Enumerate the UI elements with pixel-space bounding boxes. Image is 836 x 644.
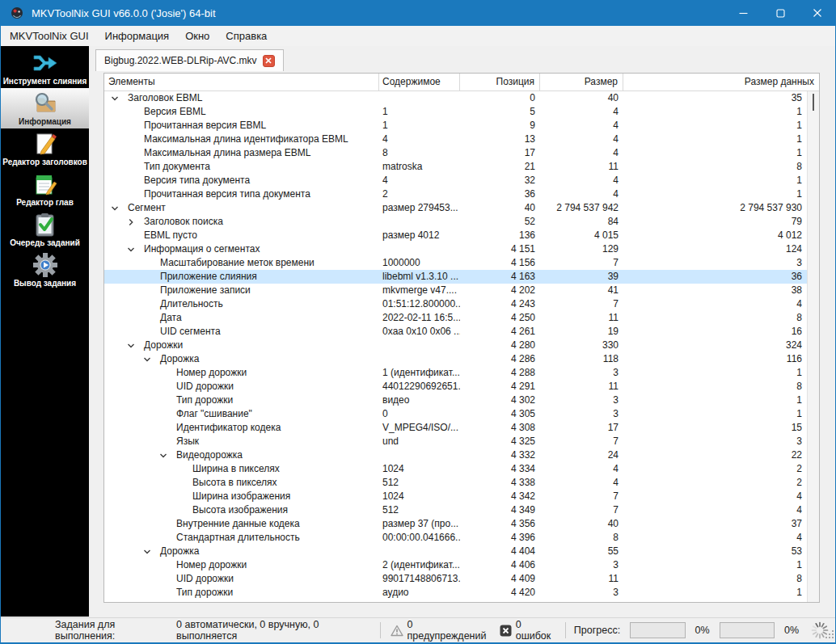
column-header-elements[interactable]: Элементы bbox=[104, 74, 379, 90]
table-row[interactable]: Ширина изображения10244 34274 bbox=[104, 490, 807, 503]
chevron-down-icon[interactable] bbox=[126, 245, 144, 254]
progress-current-percent: 0% bbox=[695, 625, 710, 636]
element-label: Максимальная длина идентификатора EBML bbox=[144, 133, 348, 146]
table-row[interactable]: Приложение слиянияlibebml v1.3.10 ...4 1… bbox=[104, 270, 807, 284]
column-header-size[interactable]: Размер bbox=[540, 74, 623, 90]
table-row[interactable]: Высота изображения5124 34974 bbox=[104, 503, 807, 517]
element-label: Приложение слияния bbox=[160, 270, 257, 284]
table-row[interactable]: Дорожка4 286118116 bbox=[104, 352, 807, 366]
table-row[interactable]: Заголовок поиска528479 bbox=[104, 215, 807, 229]
table-row[interactable]: Тип дорожкивидео4 30231 bbox=[104, 394, 807, 407]
tab-active-file[interactable]: Bigbug.2022.WEB-DLRip-AVC.mkv bbox=[95, 49, 284, 71]
chevron-down-icon[interactable] bbox=[126, 341, 144, 350]
cell-position: 4 151 bbox=[460, 242, 540, 256]
cell-content: mkvmerge v47.... bbox=[379, 284, 460, 297]
menu-window[interactable]: Окно bbox=[177, 27, 217, 44]
cell-position: 4 286 bbox=[460, 352, 540, 366]
chevron-down-icon[interactable] bbox=[142, 547, 160, 556]
sidebar-item-label: Редактор заголовков bbox=[2, 158, 87, 166]
table-row[interactable]: Информация о сегментах4 151129124 bbox=[104, 242, 807, 256]
resize-grip[interactable] bbox=[825, 629, 834, 642]
close-button[interactable] bbox=[799, 0, 836, 26]
table-row[interactable]: Максимальная длина идентификатора EBML41… bbox=[104, 133, 807, 146]
table-row[interactable]: UID дорожки99017148806713...4 409118 bbox=[104, 572, 807, 586]
element-label: Внутренние данные кодека bbox=[176, 517, 300, 531]
chevron-down-icon[interactable] bbox=[110, 204, 128, 213]
table-row[interactable]: Дорожка4 4045553 bbox=[104, 545, 807, 558]
table-row[interactable]: Заголовок EBML04035 bbox=[104, 91, 807, 105]
warnings-count: 0 предупреждений bbox=[407, 619, 491, 642]
chevron-down-icon[interactable] bbox=[158, 451, 176, 460]
cell-data-size: 4 bbox=[623, 297, 807, 311]
sidebar-item-job-output[interactable]: Вывод задания bbox=[1, 250, 89, 290]
table-row[interactable]: Приложение записиmkvmerge v47....4 20241… bbox=[104, 284, 807, 297]
table-row[interactable]: Дорожки4 280330324 bbox=[104, 339, 807, 352]
minimize-button[interactable] bbox=[724, 0, 762, 26]
cell-content bbox=[379, 215, 460, 229]
scrollbar-thumb[interactable] bbox=[813, 94, 814, 111]
tab-close-icon[interactable] bbox=[263, 55, 275, 67]
chevron-down-icon[interactable] bbox=[110, 94, 128, 103]
table-row[interactable]: Внутренние данные кодекаразмер 37 (про..… bbox=[104, 517, 807, 531]
menu-information[interactable]: Информация bbox=[97, 27, 178, 44]
table-row[interactable]: Дата2022-02-11 16:5...4 250118 bbox=[104, 311, 807, 325]
table-row[interactable]: Максимальная длина размера EBML81741 bbox=[104, 146, 807, 160]
cell-content: 2 bbox=[379, 187, 460, 201]
cell-position: 4 291 bbox=[460, 380, 540, 394]
table-row[interactable]: Стандартная длительность00:00:00.041666.… bbox=[104, 531, 807, 545]
table-row[interactable]: Масштабирование меток времени10000004 15… bbox=[104, 256, 807, 270]
table-row[interactable]: EBML пусторазмер 40121364 0154 012 bbox=[104, 229, 807, 242]
element-label: Дорожка bbox=[160, 352, 199, 366]
sidebar-item-merge-tool[interactable]: Инструмент слияния bbox=[1, 48, 89, 88]
table-row[interactable]: Идентификатор кодекаV_MPEG4/ISO/...4 308… bbox=[104, 421, 807, 435]
table-row[interactable]: Сегментразмер 279453...402 794 537 9422 … bbox=[104, 201, 807, 215]
cell-size: 40 bbox=[540, 517, 623, 531]
cell-data-size: 1 bbox=[623, 174, 807, 187]
table-row[interactable]: Видеодорожка4 3322422 bbox=[104, 448, 807, 462]
table-row[interactable]: Номер дорожки1 (идентификат...4 28831 bbox=[104, 366, 807, 380]
vertical-scrollbar[interactable] bbox=[807, 91, 819, 602]
cell-position: 4 420 bbox=[460, 586, 540, 600]
cell-size: 11 bbox=[540, 311, 623, 325]
table-row[interactable]: UID дорожки44012290692651...4 291118 bbox=[104, 380, 807, 394]
sidebar-item-info[interactable]: Информация bbox=[1, 88, 89, 128]
table-row[interactable]: Тип дорожкиаудио4 42031 bbox=[104, 586, 807, 600]
maximize-button[interactable] bbox=[762, 0, 799, 26]
table-row[interactable]: Длительность01:51:12.800000...4 24374 bbox=[104, 297, 807, 311]
column-header-content[interactable]: Содержимое bbox=[379, 74, 460, 90]
column-header-data-size[interactable]: Размер данных bbox=[623, 74, 819, 90]
table-row[interactable]: Прочитанная версия типа документа23641 bbox=[104, 187, 807, 201]
table-row[interactable]: Номер дорожки2 (идентификат...4 40631 bbox=[104, 558, 807, 572]
element-label: Дата bbox=[160, 311, 182, 325]
cell-data-size: 1 bbox=[623, 119, 807, 133]
cell-size: 24 bbox=[540, 448, 623, 462]
table-row[interactable]: Версия EBML1541 bbox=[104, 105, 807, 119]
table-row[interactable]: Языкund4 32573 bbox=[104, 435, 807, 448]
table-row[interactable]: Прочитанная версия EBML1941 bbox=[104, 119, 807, 133]
jobs-label: Задания для выполнения: bbox=[55, 619, 171, 642]
sidebar-item-header-editor[interactable]: Редактор заголовков bbox=[1, 128, 89, 169]
menu-mkvtoolnix-gui[interactable]: MKVToolNix GUI bbox=[2, 27, 97, 44]
element-label: Видеодорожка bbox=[176, 448, 243, 462]
chevron-down-icon[interactable] bbox=[142, 355, 160, 364]
column-header-position[interactable]: Позиция bbox=[460, 74, 540, 90]
table-row[interactable]: Версия типа документа43241 bbox=[104, 174, 807, 187]
sidebar-item-chapter-editor[interactable]: Редактор глав bbox=[1, 169, 89, 209]
table-row[interactable]: UID сегмента0xaa 0x10 0x06 ...4 2611916 bbox=[104, 325, 807, 339]
cell-data-size: 4 012 bbox=[623, 229, 807, 242]
table-row[interactable]: Флаг "сшивание"04 30531 bbox=[104, 407, 807, 421]
cell-data-size: 2 794 537 930 bbox=[623, 201, 807, 215]
element-label: Язык bbox=[176, 435, 199, 448]
table-row[interactable]: Ширина в пикселях10244 33442 bbox=[104, 462, 807, 476]
cell-data-size: 1 bbox=[623, 366, 807, 380]
table-row[interactable]: Тип документаmatroska21118 bbox=[104, 160, 807, 174]
tab-label: Bigbug.2022.WEB-DLRip-AVC.mkv bbox=[104, 55, 257, 66]
progress-total-percent: 0% bbox=[784, 625, 799, 636]
table-row[interactable]: Высота в пикселях5124 33842 bbox=[104, 476, 807, 490]
element-label: EBML пусто bbox=[144, 229, 197, 242]
chevron-right-icon[interactable] bbox=[126, 217, 144, 226]
cell-position: 4 280 bbox=[460, 339, 540, 352]
menu-help[interactable]: Справка bbox=[217, 27, 275, 44]
cell-content bbox=[379, 545, 460, 558]
sidebar-item-job-queue[interactable]: Очередь заданий bbox=[1, 209, 89, 250]
